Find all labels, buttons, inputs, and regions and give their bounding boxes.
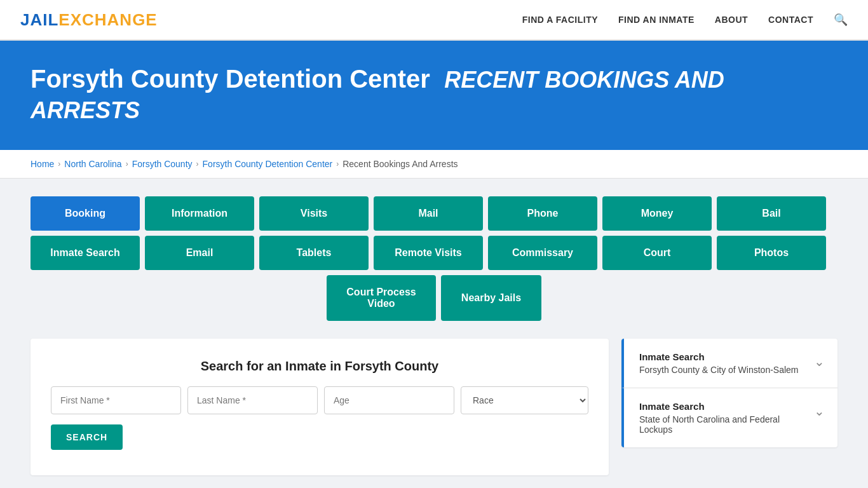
last-name-input[interactable]	[187, 386, 318, 414]
nav-find-facility[interactable]: FIND A FACILITY	[522, 15, 598, 25]
first-name-input[interactable]	[51, 386, 181, 414]
tab-phone[interactable]: Phone	[488, 196, 597, 231]
sidebar-item-text: Inmate Search State of North Carolina an…	[639, 401, 814, 435]
breadcrumb-separator: ›	[336, 159, 339, 168]
nav-find-inmate[interactable]: FIND AN INMATE	[618, 15, 695, 25]
breadcrumb-separator: ›	[126, 159, 128, 168]
nav-about[interactable]: ABOUT	[715, 15, 748, 25]
search-button[interactable]: SEARCH	[51, 424, 123, 450]
search-icon[interactable]: 🔍	[834, 13, 848, 27]
tab-row-3: Court Process VideoNearby Jails	[31, 275, 837, 321]
tab-remote-visits[interactable]: Remote Visits	[374, 236, 483, 270]
tab-nearby-jails[interactable]: Nearby Jails	[441, 275, 541, 321]
tab-photos[interactable]: Photos	[717, 236, 826, 270]
tab-mail[interactable]: Mail	[374, 196, 483, 231]
chevron-down-icon: ⌄	[814, 403, 825, 419]
search-title: Search for an Inmate in Forsyth County	[51, 359, 588, 374]
nav-links: FIND A FACILITYFIND AN INMATEABOUTCONTAC…	[522, 13, 848, 27]
age-input[interactable]	[324, 386, 454, 414]
sidebar-item-text: Inmate Search Forsyth County & City of W…	[639, 351, 799, 375]
breadcrumb-separator: ›	[58, 159, 60, 168]
search-fields: RaceWhiteBlackHispanicAsianOther	[51, 386, 588, 414]
breadcrumb-home[interactable]: Home	[31, 159, 54, 169]
breadcrumb: Home›North Carolina›Forsyth County›Forsy…	[0, 150, 868, 179]
breadcrumb-separator: ›	[196, 159, 199, 168]
chevron-down-icon: ⌄	[814, 354, 825, 369]
breadcrumb-north-carolina[interactable]: North Carolina	[64, 159, 121, 169]
tab-tablets[interactable]: Tablets	[259, 236, 369, 270]
logo[interactable]: JAILEXCHANGE	[20, 10, 158, 30]
tab-court[interactable]: Court	[602, 236, 712, 270]
tab-bail[interactable]: Bail	[717, 196, 826, 231]
sidebar-inmate-search-forsyth[interactable]: Inmate Search Forsyth County & City of W…	[621, 339, 837, 388]
logo-exchange: EXCHANGE	[58, 10, 157, 29]
race-select[interactable]: RaceWhiteBlackHispanicAsianOther	[461, 386, 588, 414]
hero-banner: Forsyth County Detention Center RECENT B…	[0, 41, 868, 150]
tab-court-process-video[interactable]: Court Process Video	[327, 275, 436, 321]
tab-money[interactable]: Money	[602, 196, 712, 231]
logo-jail: JAIL	[20, 10, 58, 29]
tab-commissary[interactable]: Commissary	[488, 236, 597, 270]
tab-visits[interactable]: Visits	[259, 196, 369, 231]
main-content: BookingInformationVisitsMailPhoneMoneyBa…	[0, 179, 868, 488]
breadcrumb-recent-bookings: Recent Bookings And Arrests	[342, 159, 458, 169]
page-title: Forsyth County Detention Center RECENT B…	[31, 64, 837, 125]
tab-email[interactable]: Email	[145, 236, 254, 270]
sidebar-inmate-search-nc[interactable]: Inmate Search State of North Carolina an…	[621, 388, 837, 447]
tab-row-1: BookingInformationVisitsMailPhoneMoneyBa…	[31, 196, 837, 231]
breadcrumb-forsyth-county[interactable]: Forsyth County	[132, 159, 193, 169]
hero-title-main: Forsyth County Detention Center	[31, 65, 430, 93]
sidebar-item-title: Inmate Search	[639, 401, 814, 412]
tab-row-2: Inmate SearchEmailTabletsRemote VisitsCo…	[31, 236, 837, 270]
nav-contact[interactable]: CONTACT	[768, 15, 813, 25]
navbar: JAILEXCHANGE FIND A FACILITYFIND AN INMA…	[0, 0, 868, 41]
tab-booking[interactable]: Booking	[31, 196, 140, 231]
sidebar-panel: Inmate Search Forsyth County & City of W…	[621, 339, 837, 447]
tab-inmate-search[interactable]: Inmate Search	[31, 236, 140, 270]
search-panel: Search for an Inmate in Forsyth County R…	[31, 339, 609, 475]
tab-information[interactable]: Information	[145, 196, 254, 231]
breadcrumb-detention-center[interactable]: Forsyth County Detention Center	[203, 159, 333, 169]
sidebar-item-subtitle: Forsyth County & City of Winston-Salem	[639, 365, 799, 375]
lower-section: Search for an Inmate in Forsyth County R…	[31, 339, 837, 475]
sidebar-item-title: Inmate Search	[639, 351, 799, 362]
tab-grid: BookingInformationVisitsMailPhoneMoneyBa…	[31, 196, 837, 321]
sidebar-item-subtitle: State of North Carolina and Federal Lock…	[639, 414, 814, 435]
